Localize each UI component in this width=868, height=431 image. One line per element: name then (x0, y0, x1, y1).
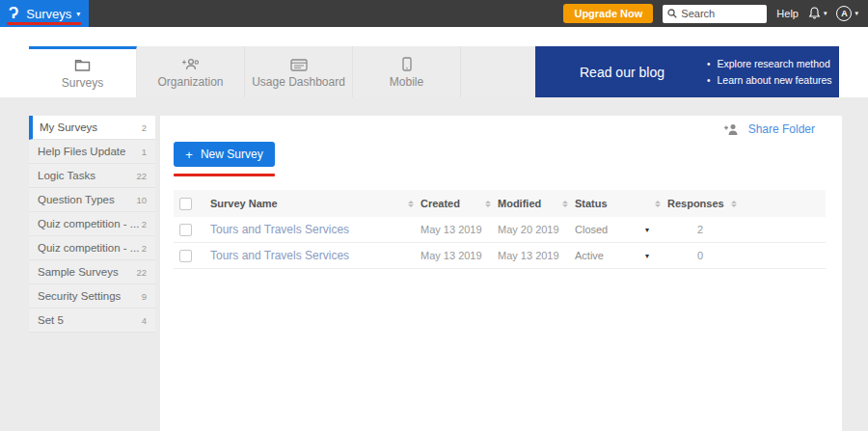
top-bar: Ɂ Surveys ▾ Upgrade Now Help (0, 0, 868, 27)
responses-count: 0 (655, 250, 703, 261)
sidebar-item-security-settings[interactable]: Security Settings 9 (29, 284, 155, 309)
sort-icon[interactable] (731, 201, 737, 207)
table-header-row: Survey Name Created Modified Status Resp… (174, 190, 826, 217)
account-menu[interactable]: A ▾ (836, 6, 858, 21)
help-link[interactable]: Help (776, 8, 799, 19)
annotation-underline-new-survey (174, 174, 275, 176)
sidebar-item-label: Set 5 (38, 314, 64, 326)
sidebar-item-count: 2 (142, 243, 147, 254)
table-row: Tours and Travels Services May 13 2019 M… (174, 217, 826, 243)
responses-count: 2 (655, 224, 703, 235)
blog-bullet-list: Explore research method Learn about new … (707, 56, 832, 89)
sidebar-item-quiz-competition-1[interactable]: Quiz competition - ... 2 (29, 212, 155, 236)
column-header-responses[interactable]: Responses (655, 198, 751, 209)
sidebar-item-question-types[interactable]: Question Types 10 (29, 188, 155, 212)
sidebar-item-label: Security Settings (38, 290, 121, 302)
sort-icon[interactable] (485, 201, 491, 207)
sidebar-item-count: 22 (136, 267, 147, 278)
chevron-down-icon: ▾ (76, 10, 80, 18)
app-logo-menu[interactable]: Ɂ Surveys ▾ (0, 0, 89, 27)
person-add-icon (723, 123, 740, 136)
blog-bullet: Explore research method (707, 56, 832, 72)
sidebar-item-logic-tasks[interactable]: Logic Tasks 22 (29, 164, 155, 188)
app-menu-label: Surveys (26, 7, 71, 21)
sort-icon[interactable] (562, 201, 568, 207)
app-menu[interactable]: Surveys ▾ (26, 7, 80, 21)
tab-usage-dashboard[interactable]: Usage Dashboard (245, 46, 353, 97)
sidebar-item-label: Question Types (38, 194, 115, 205)
search-icon (667, 9, 677, 18)
new-survey-area: + New Survey (174, 142, 275, 167)
column-header-label: Status (575, 198, 608, 209)
search-input[interactable] (681, 8, 762, 19)
row-checkbox[interactable] (179, 224, 192, 236)
annotation-underline-logo (7, 22, 81, 25)
sidebar-item-count: 1 (142, 147, 147, 157)
share-folder-link[interactable]: Share Folder (748, 122, 815, 136)
sidebar-item-label: My Surveys (40, 121, 97, 133)
sidebar-item-label: Logic Tasks (38, 170, 95, 181)
sidebar-item-sample-surveys[interactable]: Sample Surveys 22 (29, 260, 155, 284)
dashboard-icon (290, 56, 308, 71)
modified-date: May 20 2019 (485, 224, 559, 235)
sidebar-item-label: Quiz competition - ... (38, 242, 139, 254)
column-header-status[interactable]: Status (562, 198, 655, 209)
sidebar-item-label: Quiz competition - ... (38, 218, 139, 229)
sidebar-item-label: Help Files Update (38, 146, 125, 157)
notifications-menu[interactable]: ▾ (808, 7, 827, 20)
new-survey-button[interactable]: + New Survey (174, 142, 275, 167)
created-date: May 13 2019 (408, 224, 482, 235)
select-all-checkbox[interactable] (179, 198, 192, 210)
tab-organization[interactable]: Organization (137, 46, 245, 97)
topbar-right: Upgrade Now Help ▾ A ▾ (563, 4, 868, 23)
row-checkbox-cell (174, 250, 210, 262)
tab-strip: Surveys Organization (29, 46, 535, 97)
row-checkbox[interactable] (179, 250, 192, 262)
status-value: Active (562, 250, 604, 261)
avatar: A (836, 6, 852, 21)
main-content-panel: Share Folder + New Survey Survey Name Cr… (160, 116, 842, 431)
column-header-survey-name[interactable]: Survey Name (210, 198, 408, 209)
column-header-label: Modified (498, 198, 541, 209)
sidebar-item-count: 2 (142, 219, 147, 229)
sidebar-item-set-5[interactable]: Set 5 4 (29, 309, 155, 333)
status-value: Closed (562, 224, 608, 235)
sidebar-item-label: Sample Surveys (38, 266, 119, 278)
tab-label: Organization (157, 75, 223, 89)
tab-label: Mobile (390, 75, 423, 89)
table-row: Tours and Travels Services May 13 2019 M… (174, 243, 826, 269)
surveys-table: Survey Name Created Modified Status Resp… (174, 190, 826, 269)
brand-logo-icon: Ɂ (9, 6, 18, 21)
row-checkbox-cell (174, 224, 210, 236)
status-dropdown-caret[interactable]: ▾ (645, 226, 649, 234)
topbar-search[interactable] (663, 5, 767, 23)
upgrade-now-button[interactable]: Upgrade Now (563, 4, 653, 23)
people-add-icon (181, 56, 201, 71)
sort-icon[interactable] (655, 201, 661, 207)
folders-sidebar: My Surveys 2 Help Files Update 1 Logic T… (29, 116, 155, 333)
survey-name-link[interactable]: Tours and Travels Services (210, 249, 349, 262)
sidebar-item-count: 10 (136, 195, 147, 205)
column-header-created[interactable]: Created (408, 198, 485, 209)
sidebar-item-quiz-competition-2[interactable]: Quiz competition - ... 2 (29, 236, 155, 260)
blog-panel-title: Read our blog (580, 65, 665, 80)
sidebar-item-count: 2 (142, 122, 147, 133)
sidebar-item-help-files-update[interactable]: Help Files Update 1 (29, 140, 155, 164)
new-survey-button-label: New Survey (201, 148, 263, 161)
sidebar-item-my-surveys[interactable]: My Surveys 2 (29, 116, 155, 140)
phone-icon (402, 56, 412, 71)
survey-name-link[interactable]: Tours and Travels Services (210, 223, 349, 236)
column-header-modified[interactable]: Modified (485, 198, 562, 209)
blog-promo-panel[interactable]: Read our blog Explore research method Le… (535, 46, 839, 97)
share-folder[interactable]: Share Folder (723, 122, 815, 136)
tab-label: Surveys (62, 76, 103, 90)
tab-mobile[interactable]: Mobile (353, 46, 461, 97)
created-date: May 13 2019 (408, 250, 482, 261)
bell-icon (808, 7, 821, 20)
sidebar-item-count: 4 (142, 315, 147, 326)
column-header-label: Created (420, 198, 460, 209)
header-checkbox-cell (174, 198, 210, 210)
tab-surveys[interactable]: Surveys (29, 46, 137, 97)
status-dropdown-caret[interactable]: ▾ (645, 252, 649, 260)
sort-icon[interactable] (408, 201, 414, 207)
